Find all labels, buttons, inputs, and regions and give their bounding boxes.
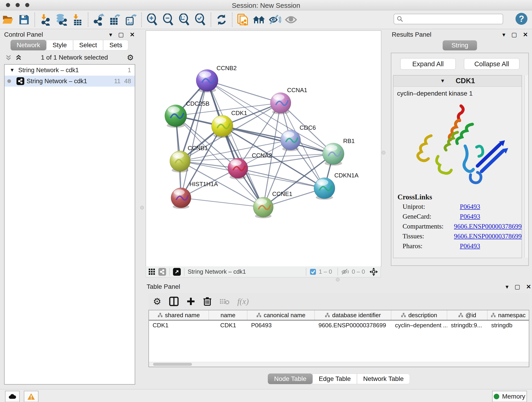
show-columns-icon[interactable]	[169, 297, 179, 306]
tab-node-table[interactable]: Node Table	[268, 374, 312, 384]
crosslink-link[interactable]: P06493	[460, 203, 480, 211]
tab-edge-table[interactable]: Edge Table	[312, 374, 357, 384]
table-panel-maximize-icon[interactable]: ▢	[515, 283, 520, 290]
panel-splitter-handle[interactable]	[336, 278, 340, 281]
help-button[interactable]: ?	[515, 13, 527, 25]
results-panel-maximize-icon[interactable]: ▢	[511, 31, 517, 38]
column-header[interactable]: name	[209, 310, 247, 320]
export-image-icon[interactable]	[124, 13, 138, 26]
collapse-all-networks-icon[interactable]	[5, 54, 12, 61]
network-edge[interactable]	[207, 80, 281, 103]
tab-network-table[interactable]: Network Table	[357, 374, 410, 384]
open-session-icon[interactable]	[1, 13, 15, 26]
node-label-cdk1: CDK1	[231, 109, 247, 116]
column-header[interactable]: shared name	[149, 310, 209, 320]
tab-select[interactable]: Select	[73, 40, 103, 51]
table-row[interactable]: CDK1 CDK1 P06493 9606.ENSP00000378699 cy…	[149, 320, 529, 330]
crosslink-link[interactable]: P06493	[460, 242, 480, 250]
search-box[interactable]	[394, 14, 503, 24]
network-name: String Network – cdk1	[27, 78, 87, 85]
zoom-in-icon[interactable]	[146, 13, 159, 26]
table-toolbar: ⚙ f(x)	[148, 293, 529, 310]
function-builder-icon[interactable]: f(x)	[237, 297, 249, 306]
search-icon	[397, 16, 403, 22]
cloud-button[interactable]	[5, 391, 20, 402]
network-edge[interactable]	[238, 168, 324, 188]
network-row[interactable]: String Network – cdk1 11 48	[5, 76, 135, 87]
tab-sets[interactable]: Sets	[103, 40, 128, 51]
table-panel-close-icon[interactable]: ✕	[526, 283, 531, 290]
entry-expander-icon[interactable]: ▼	[440, 78, 445, 84]
control-panel: Control Panel ▾ ▢ ✕ Network Style Select…	[2, 30, 137, 387]
import-table-icon[interactable]	[71, 13, 84, 26]
export-table-icon[interactable]	[108, 13, 121, 26]
detach-view-icon[interactable]	[173, 268, 181, 276]
hidden-eye-icon[interactable]	[341, 268, 349, 275]
export-network-icon[interactable]	[92, 13, 105, 26]
save-session-icon[interactable]	[17, 13, 31, 26]
table-panel-float-icon[interactable]: ▾	[506, 283, 509, 290]
delete-column-icon[interactable]	[203, 297, 212, 306]
selected-nodes-checkbox-icon[interactable]	[310, 268, 317, 275]
grid-view-icon[interactable]	[148, 268, 156, 275]
results-scrollbar[interactable]	[525, 75, 528, 258]
network-edge[interactable]	[207, 80, 263, 207]
refresh-icon[interactable]	[215, 13, 228, 26]
network-edge[interactable]	[181, 198, 263, 207]
column-header[interactable]: @id	[447, 310, 488, 320]
home-layout-icon[interactable]	[252, 13, 266, 26]
crosslinks-title: CrossLinks	[393, 191, 522, 202]
crosslink-link[interactable]: P06493	[460, 213, 480, 220]
search-input[interactable]	[403, 15, 496, 23]
delete-table-icon[interactable]	[220, 298, 230, 305]
results-panel-close-icon[interactable]: ✕	[523, 31, 528, 38]
zoom-selected-icon[interactable]	[194, 13, 207, 26]
table-horizontal-scrollbar[interactable]	[149, 362, 529, 367]
collection-count: 1	[128, 67, 131, 74]
control-panel-close-icon[interactable]: ✕	[130, 31, 135, 38]
node-label-ccna1: CCNA1	[287, 87, 307, 94]
column-header[interactable]: database identifier	[315, 310, 391, 320]
crosslink-label: Pharos:	[403, 242, 460, 250]
results-panel-float-icon[interactable]: ▾	[502, 31, 505, 38]
hide-selected-icon[interactable]	[268, 13, 282, 26]
control-panel-float-icon[interactable]: ▾	[109, 31, 112, 38]
column-header[interactable]: namespac	[488, 310, 529, 320]
column-header[interactable]: description	[391, 310, 447, 320]
zoom-out-icon[interactable]	[162, 13, 175, 26]
column-header[interactable]: canonical name	[247, 310, 315, 320]
birds-eye-view-icon[interactable]	[369, 267, 378, 276]
collapse-all-button[interactable]: Collapse All	[464, 58, 519, 70]
crosslink-link[interactable]: 9606.ENSP00000378699	[454, 223, 522, 230]
panel-splitter-handle[interactable]	[382, 151, 385, 154]
duplicate-network-icon[interactable]	[236, 13, 249, 26]
import-network-icon[interactable]	[39, 13, 52, 26]
add-column-icon[interactable]	[186, 297, 195, 306]
node-gloss	[199, 71, 211, 77]
network-collection-row[interactable]: ▼ String Network – cdk1 1	[5, 65, 135, 76]
table-settings-gear-icon[interactable]: ⚙	[153, 296, 161, 307]
crosslink-link[interactable]: 9606.ENSP00000378699	[454, 232, 522, 240]
panel-splitter-handle[interactable]	[140, 206, 144, 210]
warning-button[interactable]	[24, 391, 38, 402]
node-entry-cdk1: ▼ CDK1 cyclin–dependent kinase 1	[393, 75, 522, 258]
network-options-gear-icon[interactable]: ⚙	[127, 53, 134, 62]
toolbar-separator	[141, 13, 142, 27]
network-type-badge-icon[interactable]	[158, 268, 166, 276]
expand-all-button[interactable]: Expand All	[400, 58, 456, 70]
collection-expander-icon[interactable]: ▼	[10, 67, 15, 73]
import-network-from-database-icon[interactable]	[55, 13, 68, 26]
toolbar-separator	[337, 268, 338, 276]
memory-button[interactable]: Memory	[492, 391, 527, 402]
network-canvas[interactable]: CCNB2CCNA1CDC25BCDK1CDC6RB1CCNB1CCNA2CDK…	[146, 31, 381, 267]
tab-string[interactable]: String	[443, 40, 477, 51]
zoom-fit-icon[interactable]	[177, 13, 191, 26]
node-label-ccnb2: CCNB2	[216, 65, 237, 71]
control-panel-maximize-icon[interactable]: ▢	[118, 31, 124, 38]
scrollbar-thumb[interactable]	[153, 363, 192, 366]
tab-network[interactable]: Network	[11, 40, 46, 51]
show-all-icon[interactable]	[284, 13, 298, 26]
expand-all-networks-icon[interactable]	[15, 54, 22, 61]
tab-style[interactable]: Style	[46, 40, 73, 51]
table-panel-tabs: Node Table Edge Table Network Table	[146, 374, 532, 384]
